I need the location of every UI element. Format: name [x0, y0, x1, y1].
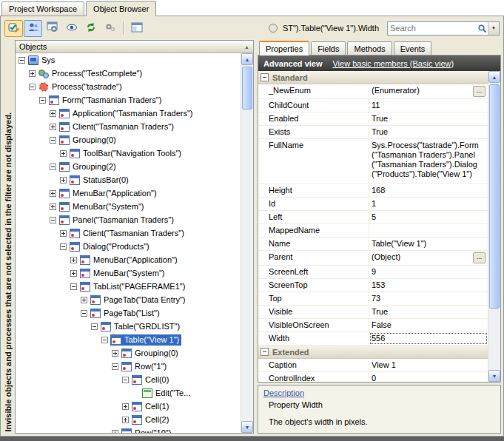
- panels-button[interactable]: [127, 20, 146, 37]
- collapse-icon[interactable]: [91, 323, 98, 330]
- property-name[interactable]: Id: [258, 198, 369, 210]
- tree-node[interactable]: PageTab("List"): [16, 306, 241, 320]
- tab-project-workspace[interactable]: Project Workspace: [1, 1, 84, 16]
- grid-scrollbar[interactable]: ▲ ▼: [488, 71, 500, 382]
- expand-icon[interactable]: [60, 150, 67, 157]
- refresh-button[interactable]: [81, 20, 100, 37]
- tree-node-body[interactable]: Sys: [27, 55, 57, 66]
- property-value[interactable]: [369, 224, 488, 237]
- tree-node-body[interactable]: PageTab("Data Entry"): [90, 294, 188, 306]
- tree-node-body[interactable]: ToolBar("Navigation Tools"): [69, 148, 184, 159]
- property-name[interactable]: Enabled: [258, 112, 369, 125]
- property-value[interactable]: 168: [369, 184, 488, 197]
- tree-node-body[interactable]: Form("Tasmanian Traders"): [48, 95, 164, 106]
- search-input[interactable]: [388, 24, 476, 33]
- tree-node-body[interactable]: Cell(1): [131, 401, 171, 412]
- section-header-standard[interactable]: Standard: [258, 71, 488, 84]
- tree-node[interactable]: MenuBar("Application"): [16, 186, 241, 200]
- property-value[interactable]: (Object): [369, 251, 488, 265]
- tree-node-body[interactable]: Client("Tasmanian Traders"): [58, 121, 176, 132]
- gear-window-button[interactable]: [43, 20, 61, 37]
- expand-icon[interactable]: [81, 297, 87, 303]
- tree-node[interactable]: Table("GRDLIST"): [16, 320, 241, 333]
- tree-node[interactable]: Application("Tasmanian Traders"): [16, 107, 241, 120]
- tab-object-browser[interactable]: Object Browser: [86, 1, 156, 16]
- collapse-icon[interactable]: [122, 377, 129, 383]
- property-name[interactable]: Name: [258, 238, 369, 250]
- collapse-icon[interactable]: [70, 283, 77, 290]
- tree-node[interactable]: Grouping(0): [16, 133, 241, 147]
- tree-node-body[interactable]: Client("Tasmanian Traders"): [69, 228, 187, 239]
- property-value[interactable]: True: [369, 126, 488, 138]
- gear-tools-button[interactable]: [101, 20, 119, 37]
- tree-node-body[interactable]: PageTab("List"): [90, 308, 162, 319]
- property-value[interactable]: Sys.Process("tastrade").Form("Tasmanian …: [369, 139, 488, 184]
- tree-node[interactable]: Row("1"): [16, 360, 241, 373]
- tree-node[interactable]: Row("10"): [16, 426, 241, 433]
- tab-methods[interactable]: Methods: [347, 41, 392, 55]
- ellipsis-button[interactable]: [473, 252, 485, 263]
- collapse-icon[interactable]: [261, 73, 269, 81]
- tree-node-body[interactable]: TabList("PAGEFRAME1"): [79, 281, 187, 292]
- basic-view-link[interactable]: View basic members (Basic view): [332, 59, 454, 68]
- scroll-track[interactable]: [241, 65, 253, 421]
- collapse-icon[interactable]: [112, 363, 118, 370]
- tree-node[interactable]: StatusBar(0): [16, 173, 241, 186]
- tree-node[interactable]: Process("TestComplete"): [16, 67, 241, 80]
- tree-node[interactable]: Cell(2): [16, 413, 241, 426]
- tree-node-body[interactable]: Cell(2): [131, 414, 171, 425]
- search-icon[interactable]: [476, 22, 488, 34]
- tree-node[interactable]: Client("Tasmanian Traders"): [16, 226, 241, 240]
- expand-icon[interactable]: [50, 124, 56, 130]
- property-value[interactable]: 73: [369, 292, 488, 305]
- property-value[interactable]: False: [369, 319, 488, 331]
- property-name[interactable]: Parent: [258, 251, 369, 265]
- property-value[interactable]: 11: [369, 99, 488, 112]
- expand-icon[interactable]: [60, 177, 67, 184]
- expand-icon[interactable]: [70, 270, 77, 277]
- tree-node-body[interactable]: MenuBar("System"): [79, 268, 167, 279]
- tree-node-body[interactable]: Grouping(2): [58, 161, 118, 172]
- tree-node[interactable]: ToolBar("Navigation Tools"): [16, 147, 241, 160]
- tree-node[interactable]: Cell(1): [16, 400, 241, 413]
- property-value[interactable]: True: [369, 306, 488, 318]
- property-name[interactable]: Width: [258, 332, 369, 345]
- tree-node-body[interactable]: Table("GRDLIST"): [100, 321, 182, 332]
- collapse-icon[interactable]: [261, 348, 269, 356]
- tree-node-body[interactable]: Panel("Tasmanian Traders"): [58, 215, 176, 226]
- tree-node-body[interactable]: Process("TestComplete"): [38, 68, 144, 79]
- expand-icon[interactable]: [29, 70, 36, 77]
- scroll-up-icon[interactable]: ▲: [241, 53, 253, 65]
- expand-icon[interactable]: [122, 417, 129, 423]
- tree-node-body[interactable]: Edit("Te...: [141, 388, 192, 399]
- tree-node[interactable]: Sys: [16, 53, 241, 67]
- property-value[interactable]: 5: [369, 211, 488, 223]
- property-name[interactable]: Caption: [258, 359, 369, 371]
- tree-node-body[interactable]: Application("Tasmanian Traders"): [58, 108, 195, 119]
- expand-icon[interactable]: [112, 350, 118, 357]
- property-value[interactable]: True: [369, 112, 488, 125]
- description-link[interactable]: Description: [263, 388, 304, 397]
- property-name[interactable]: Exists: [258, 126, 369, 138]
- property-value[interactable]: (Enumerator): [369, 84, 488, 98]
- tree-node-body[interactable]: Grouping(0): [121, 348, 181, 359]
- tree-node[interactable]: Edit("Te...: [16, 386, 241, 400]
- expand-icon[interactable]: [50, 110, 56, 117]
- expand-icon[interactable]: [70, 257, 77, 263]
- ellipsis-button[interactable]: [473, 86, 485, 97]
- tree-node[interactable]: Grouping(2): [16, 160, 241, 173]
- tree-node-body[interactable]: StatusBar(0): [69, 175, 131, 186]
- scroll-down-icon[interactable]: ▼: [488, 370, 500, 382]
- search-dropdown-button[interactable]: ▼: [488, 22, 499, 35]
- tree-node[interactable]: Form("Tasmanian Traders"): [16, 93, 241, 107]
- scroll-down-icon[interactable]: ▼: [241, 421, 253, 433]
- collapse-icon[interactable]: [50, 164, 56, 170]
- tree-node-selected[interactable]: Table("View 1"): [110, 334, 181, 346]
- tree-node[interactable]: Process("tastrade"): [16, 80, 241, 93]
- property-name[interactable]: Left: [258, 211, 369, 223]
- collapse-icon[interactable]: [101, 337, 108, 343]
- property-name[interactable]: ScreenLeft: [258, 266, 369, 278]
- tree-node-body[interactable]: Cell(0): [131, 374, 171, 386]
- objects-header[interactable]: Objects ▲: [16, 41, 253, 53]
- collapse-icon[interactable]: [39, 97, 46, 104]
